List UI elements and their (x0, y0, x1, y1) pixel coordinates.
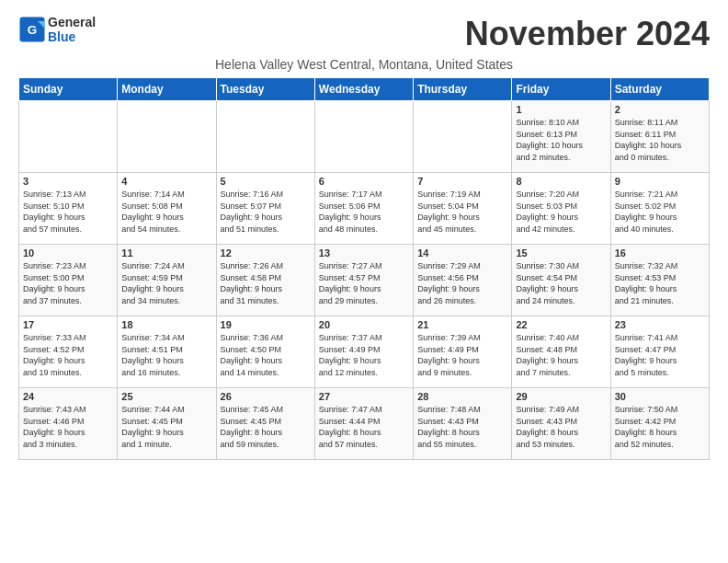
day-number: 29 (516, 391, 606, 402)
month-title: November 2024 (465, 15, 710, 53)
day-number: 5 (221, 176, 311, 187)
day-number: 1 (516, 104, 606, 115)
day-info: Sunrise: 7:36 AM Sunset: 4:50 PM Dayligh… (221, 332, 311, 378)
day-number: 7 (417, 176, 507, 187)
header-row: G General Blue November 2024 (18, 15, 710, 53)
page: G General Blue November 2024 Helena Vall… (0, 0, 728, 469)
day-info: Sunrise: 7:40 AM Sunset: 4:48 PM Dayligh… (516, 332, 606, 378)
day-cell (118, 101, 216, 173)
day-cell: 1Sunrise: 8:10 AM Sunset: 6:13 PM Daylig… (512, 101, 610, 173)
day-number: 21 (417, 319, 507, 330)
calendar-body: 1Sunrise: 8:10 AM Sunset: 6:13 PM Daylig… (19, 101, 710, 460)
day-info: Sunrise: 7:50 AM Sunset: 4:42 PM Dayligh… (615, 404, 705, 450)
day-info: Sunrise: 7:41 AM Sunset: 4:47 PM Dayligh… (615, 332, 705, 378)
day-number: 8 (516, 176, 606, 187)
location-subtitle: Helena Valley West Central, Montana, Uni… (18, 57, 710, 72)
day-cell: 30Sunrise: 7:50 AM Sunset: 4:42 PM Dayli… (610, 388, 709, 460)
day-info: Sunrise: 7:34 AM Sunset: 4:51 PM Dayligh… (121, 332, 211, 378)
day-info: Sunrise: 7:44 AM Sunset: 4:45 PM Dayligh… (121, 404, 211, 450)
day-cell (314, 101, 413, 173)
week-row-3: 10Sunrise: 7:23 AM Sunset: 5:00 PM Dayli… (19, 245, 710, 316)
day-cell: 4Sunrise: 7:14 AM Sunset: 5:08 PM Daylig… (118, 173, 216, 245)
day-info: Sunrise: 7:30 AM Sunset: 4:54 PM Dayligh… (516, 260, 606, 306)
calendar-table: SundayMondayTuesdayWednesdayThursdayFrid… (18, 77, 710, 460)
day-cell (216, 101, 314, 173)
day-number: 17 (23, 319, 113, 330)
day-info: Sunrise: 8:11 AM Sunset: 6:11 PM Dayligh… (615, 117, 705, 163)
week-row-4: 17Sunrise: 7:33 AM Sunset: 4:52 PM Dayli… (19, 316, 710, 388)
day-info: Sunrise: 7:13 AM Sunset: 5:10 PM Dayligh… (23, 189, 113, 235)
day-cell: 7Sunrise: 7:19 AM Sunset: 5:04 PM Daylig… (414, 173, 512, 245)
day-number: 30 (615, 391, 705, 402)
day-cell: 6Sunrise: 7:17 AM Sunset: 5:06 PM Daylig… (314, 173, 413, 245)
day-info: Sunrise: 7:29 AM Sunset: 4:56 PM Dayligh… (417, 260, 507, 306)
day-number: 4 (121, 176, 211, 187)
day-cell: 8Sunrise: 7:20 AM Sunset: 5:03 PM Daylig… (512, 173, 610, 245)
day-info: Sunrise: 7:48 AM Sunset: 4:43 PM Dayligh… (417, 404, 507, 450)
day-number: 20 (319, 319, 409, 330)
day-cell: 11Sunrise: 7:24 AM Sunset: 4:59 PM Dayli… (118, 245, 216, 316)
day-info: Sunrise: 8:10 AM Sunset: 6:13 PM Dayligh… (516, 117, 606, 163)
day-cell: 23Sunrise: 7:41 AM Sunset: 4:47 PM Dayli… (610, 316, 709, 388)
header-day-thursday: Thursday (414, 78, 512, 101)
day-info: Sunrise: 7:45 AM Sunset: 4:45 PM Dayligh… (221, 404, 311, 450)
header-day-sunday: Sunday (19, 78, 118, 101)
header-row-days: SundayMondayTuesdayWednesdayThursdayFrid… (19, 78, 710, 101)
day-cell: 25Sunrise: 7:44 AM Sunset: 4:45 PM Dayli… (118, 388, 216, 460)
day-cell: 3Sunrise: 7:13 AM Sunset: 5:10 PM Daylig… (19, 173, 118, 245)
day-info: Sunrise: 7:21 AM Sunset: 5:02 PM Dayligh… (615, 189, 705, 235)
day-cell: 20Sunrise: 7:37 AM Sunset: 4:49 PM Dayli… (314, 316, 413, 388)
day-cell: 9Sunrise: 7:21 AM Sunset: 5:02 PM Daylig… (610, 173, 709, 245)
week-row-1: 1Sunrise: 8:10 AM Sunset: 6:13 PM Daylig… (19, 101, 710, 173)
day-info: Sunrise: 7:26 AM Sunset: 4:58 PM Dayligh… (221, 260, 311, 306)
day-info: Sunrise: 7:33 AM Sunset: 4:52 PM Dayligh… (23, 332, 113, 378)
logo: G General Blue (18, 15, 96, 44)
day-number: 13 (319, 247, 409, 259)
calendar-header: SundayMondayTuesdayWednesdayThursdayFrid… (19, 78, 710, 101)
week-row-5: 24Sunrise: 7:43 AM Sunset: 4:46 PM Dayli… (19, 388, 710, 460)
day-info: Sunrise: 7:37 AM Sunset: 4:49 PM Dayligh… (319, 332, 409, 378)
day-cell: 13Sunrise: 7:27 AM Sunset: 4:57 PM Dayli… (314, 245, 413, 316)
day-number: 28 (417, 391, 507, 402)
day-number: 16 (615, 247, 705, 259)
day-number: 26 (221, 391, 311, 402)
day-number: 23 (615, 319, 705, 330)
day-info: Sunrise: 7:14 AM Sunset: 5:08 PM Dayligh… (121, 189, 211, 235)
title-block: November 2024 (465, 15, 710, 53)
day-number: 18 (121, 319, 211, 330)
logo-icon: G (18, 16, 46, 43)
day-info: Sunrise: 7:47 AM Sunset: 4:44 PM Dayligh… (319, 404, 409, 450)
day-number: 9 (615, 176, 705, 187)
day-number: 10 (23, 247, 113, 259)
day-cell: 10Sunrise: 7:23 AM Sunset: 5:00 PM Dayli… (19, 245, 118, 316)
day-info: Sunrise: 7:17 AM Sunset: 5:06 PM Dayligh… (319, 189, 409, 235)
day-info: Sunrise: 7:39 AM Sunset: 4:49 PM Dayligh… (417, 332, 507, 378)
day-cell (19, 101, 118, 173)
day-number: 11 (121, 247, 211, 259)
day-cell: 24Sunrise: 7:43 AM Sunset: 4:46 PM Dayli… (19, 388, 118, 460)
day-cell: 18Sunrise: 7:34 AM Sunset: 4:51 PM Dayli… (118, 316, 216, 388)
day-info: Sunrise: 7:19 AM Sunset: 5:04 PM Dayligh… (417, 189, 507, 235)
day-number: 15 (516, 247, 606, 259)
day-cell: 26Sunrise: 7:45 AM Sunset: 4:45 PM Dayli… (216, 388, 314, 460)
day-number: 6 (319, 176, 409, 187)
day-number: 27 (319, 391, 409, 402)
day-number: 25 (121, 391, 211, 402)
day-cell: 15Sunrise: 7:30 AM Sunset: 4:54 PM Dayli… (512, 245, 610, 316)
header-day-friday: Friday (512, 78, 610, 101)
day-number: 3 (23, 176, 113, 187)
header-day-tuesday: Tuesday (216, 78, 314, 101)
day-number: 2 (615, 104, 705, 115)
day-cell: 28Sunrise: 7:48 AM Sunset: 4:43 PM Dayli… (414, 388, 512, 460)
day-cell: 22Sunrise: 7:40 AM Sunset: 4:48 PM Dayli… (512, 316, 610, 388)
day-number: 22 (516, 319, 606, 330)
header-day-saturday: Saturday (610, 78, 709, 101)
day-cell: 29Sunrise: 7:49 AM Sunset: 4:43 PM Dayli… (512, 388, 610, 460)
day-cell: 27Sunrise: 7:47 AM Sunset: 4:44 PM Dayli… (314, 388, 413, 460)
day-cell: 5Sunrise: 7:16 AM Sunset: 5:07 PM Daylig… (216, 173, 314, 245)
day-info: Sunrise: 7:24 AM Sunset: 4:59 PM Dayligh… (121, 260, 211, 306)
day-info: Sunrise: 7:16 AM Sunset: 5:07 PM Dayligh… (221, 189, 311, 235)
day-cell: 12Sunrise: 7:26 AM Sunset: 4:58 PM Dayli… (216, 245, 314, 316)
day-info: Sunrise: 7:20 AM Sunset: 5:03 PM Dayligh… (516, 189, 606, 235)
svg-text:G: G (28, 23, 38, 37)
